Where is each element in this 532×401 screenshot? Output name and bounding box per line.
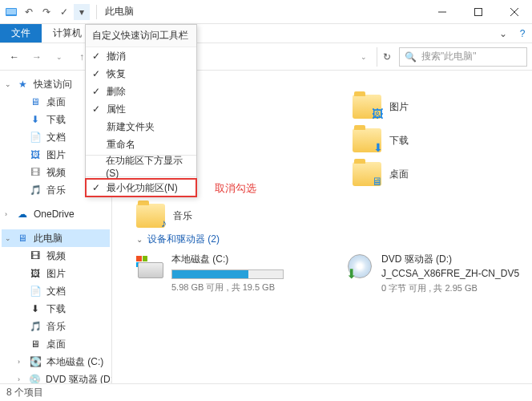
sidebar-item-downloads[interactable]: ⬇下载 bbox=[2, 300, 110, 318]
video-icon: 🎞 bbox=[29, 249, 42, 262]
chevron-right-icon[interactable]: › bbox=[18, 375, 20, 383]
sidebar-item-local-disk[interactable]: ›💽本地磁盘 (C:) bbox=[2, 353, 110, 371]
picture-icon: 🖼 bbox=[29, 148, 42, 161]
quick-access-toolbar: ↶ ↷ ✓ ▾ bbox=[0, 4, 93, 20]
undo-icon[interactable]: ↶ bbox=[21, 4, 37, 20]
forward-button[interactable]: → bbox=[27, 47, 46, 67]
menu-item-delete[interactable]: ✓删除 bbox=[86, 83, 196, 100]
video-icon: 🎞 bbox=[29, 166, 42, 179]
refresh-button[interactable]: ↻ bbox=[377, 47, 396, 67]
minimize-button[interactable] bbox=[424, 0, 460, 24]
music-icon: ♪ bbox=[161, 217, 167, 229]
address-dropdown-icon[interactable]: ⌄ bbox=[354, 47, 373, 67]
check-icon: ✓ bbox=[91, 68, 102, 79]
sidebar-this-pc[interactable]: ⌄🖥此电脑 bbox=[2, 229, 110, 247]
item-count: 8 个项目 bbox=[6, 386, 43, 399]
group-devices[interactable]: ⌄ 设备和驱动器 (2) bbox=[136, 233, 524, 246]
chevron-right-icon[interactable]: › bbox=[5, 210, 7, 218]
dvd-icon: ⬇ bbox=[346, 253, 375, 282]
chevron-right-icon[interactable]: › bbox=[18, 358, 20, 366]
sidebar-item-pictures[interactable]: 🖼图片 bbox=[2, 265, 110, 282]
picture-icon: 🖼 bbox=[29, 267, 42, 280]
desktop-icon: 🖥 bbox=[372, 175, 383, 188]
disk-icon bbox=[136, 253, 165, 282]
check-icon: ✓ bbox=[91, 86, 102, 97]
menu-item-undo[interactable]: ✓撤消 bbox=[86, 47, 196, 65]
menu-item-show-below[interactable]: 在功能区下方显示(S) bbox=[86, 157, 196, 175]
dvd-icon: 💿 bbox=[29, 373, 41, 383]
search-icon: 🔍 bbox=[405, 51, 417, 63]
separator bbox=[96, 5, 97, 19]
sidebar-item-documents[interactable]: 📄文档 bbox=[2, 282, 110, 300]
folder-icon: 🖼 bbox=[353, 95, 381, 119]
document-icon: 📄 bbox=[29, 285, 42, 298]
menu-item-minimize-ribbon[interactable]: ✓最小化功能区(N) bbox=[86, 179, 196, 196]
menu-item-properties[interactable]: ✓属性 bbox=[86, 100, 196, 118]
drive-local-c[interactable]: 本地磁盘 (C:) 5.98 GB 可用 , 共 19.5 GB bbox=[136, 253, 314, 294]
back-button[interactable]: ← bbox=[5, 47, 24, 67]
chevron-down-icon[interactable]: ⌄ bbox=[5, 234, 11, 242]
menu-item-redo[interactable]: ✓恢复 bbox=[86, 65, 196, 83]
navbar: ← → ⌄ ↑ ⌄ ↻ 🔍 搜索"此电脑" bbox=[0, 43, 532, 71]
ribbon-tabs: 文件 计算机 ⌄ ? bbox=[0, 24, 532, 43]
desktop-icon: 🖥 bbox=[29, 338, 42, 350]
cloud-icon: ☁ bbox=[16, 208, 29, 221]
document-icon: 📄 bbox=[29, 131, 42, 144]
sidebar-item-desktop[interactable]: 🖥桌面 bbox=[2, 335, 110, 353]
ribbon-expand-icon[interactable]: ⌄ bbox=[494, 24, 513, 43]
menu-title: 自定义快速访问工具栏 bbox=[86, 25, 196, 47]
redo-icon[interactable]: ↷ bbox=[38, 4, 54, 20]
folder-music[interactable]: ♪ 音乐 bbox=[136, 204, 192, 228]
search-input[interactable]: 🔍 搜索"此电脑" bbox=[399, 47, 527, 67]
chevron-down-icon[interactable]: ⌄ bbox=[136, 235, 143, 244]
properties-icon[interactable]: ✓ bbox=[56, 4, 72, 20]
folder-icon: ♪ bbox=[136, 204, 165, 228]
help-icon[interactable]: ? bbox=[513, 24, 532, 43]
folder-downloads[interactable]: ⬇ 下载 bbox=[353, 128, 409, 152]
folder-desktop[interactable]: 🖥 桌面 bbox=[353, 162, 409, 186]
drive-dvd-d[interactable]: ⬇ DVD 驱动器 (D:) J_CCSA_X86FRE_ZH-CN_DV5 0… bbox=[346, 253, 524, 294]
search-placeholder: 搜索"此电脑" bbox=[421, 50, 477, 63]
folder-icon: 🖥 bbox=[353, 162, 381, 186]
desktop-icon: 🖥 bbox=[29, 95, 42, 108]
close-button[interactable] bbox=[496, 0, 532, 24]
app-icon bbox=[3, 4, 19, 20]
titlebar: ↶ ↷ ✓ ▾ 此电脑 bbox=[0, 0, 532, 24]
menu-item-new-folder[interactable]: 新建文件夹 bbox=[86, 118, 196, 136]
check-icon: ✓ bbox=[91, 103, 102, 115]
history-dropdown-icon[interactable]: ⌄ bbox=[50, 47, 69, 67]
qat-dropdown-icon[interactable]: ▾ bbox=[74, 4, 90, 20]
tab-file[interactable]: 文件 bbox=[0, 24, 42, 43]
picture-icon: 🖼 bbox=[372, 107, 383, 120]
download-icon: ⬇ bbox=[373, 141, 383, 154]
install-arrow-icon: ⬇ bbox=[346, 266, 357, 282]
usage-bar bbox=[171, 269, 284, 279]
music-icon: 🎵 bbox=[29, 184, 42, 196]
maximize-button[interactable] bbox=[460, 0, 496, 24]
music-icon: 🎵 bbox=[29, 320, 42, 333]
folder-pictures[interactable]: 🖼 图片 bbox=[353, 95, 409, 119]
menu-item-rename[interactable]: 重命名 bbox=[86, 136, 196, 153]
svg-rect-3 bbox=[474, 8, 482, 15]
svg-rect-1 bbox=[6, 9, 16, 14]
sidebar-item-music[interactable]: 🎵音乐 bbox=[2, 318, 110, 335]
window-title: 此电脑 bbox=[100, 5, 134, 18]
disk-icon: 💽 bbox=[29, 355, 42, 368]
sidebar-item-videos[interactable]: 🎞视频 bbox=[2, 247, 110, 265]
qat-customize-menu: 自定义快速访问工具栏 ✓撤消 ✓恢复 ✓删除 ✓属性 新建文件夹 重命名 在功能… bbox=[85, 24, 197, 197]
computer-icon: 🖥 bbox=[16, 232, 29, 245]
chevron-down-icon[interactable]: ⌄ bbox=[5, 80, 11, 88]
sidebar-onedrive[interactable]: ›☁OneDrive bbox=[2, 205, 110, 223]
download-icon: ⬇ bbox=[29, 113, 42, 126]
download-icon: ⬇ bbox=[29, 302, 42, 315]
statusbar: 8 个项目 bbox=[0, 383, 532, 401]
check-icon: ✓ bbox=[91, 51, 102, 62]
folder-icon: ⬇ bbox=[353, 128, 381, 152]
check-icon: ✓ bbox=[91, 182, 102, 193]
star-icon: ★ bbox=[16, 78, 29, 91]
sidebar-item-dvd[interactable]: ›💿DVD 驱动器 (D:) J... bbox=[2, 371, 110, 383]
